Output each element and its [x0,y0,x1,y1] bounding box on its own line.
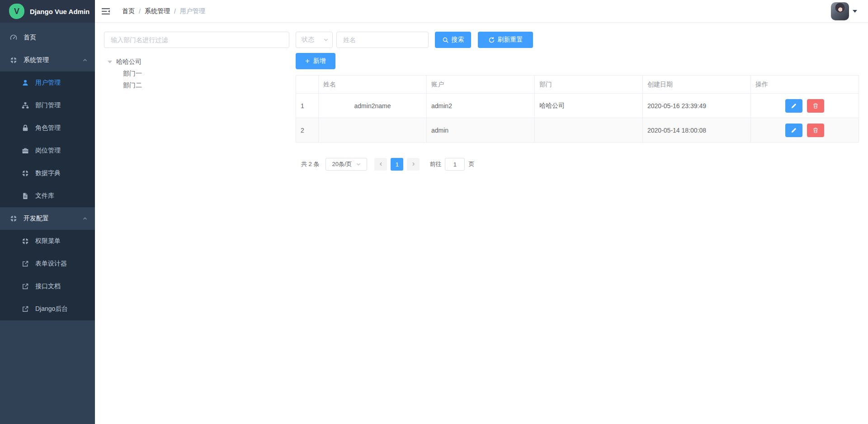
cell-created: 2020-05-14 18:00:08 [643,118,751,143]
chevron-down-icon [323,37,329,43]
sidebar-item-dictionary[interactable]: 数据字典 [0,162,95,185]
tree-node-child[interactable]: 部门一 [104,68,289,80]
sidebar-item-form-designer[interactable]: 表单设计器 [0,252,95,275]
page-unit-label: 页 [468,160,474,168]
delete-button[interactable] [807,124,824,137]
edit-button[interactable] [785,124,802,137]
delete-button[interactable] [807,99,824,113]
name-input[interactable] [336,32,429,48]
user-avatar[interactable] [831,2,849,20]
page-size-select[interactable]: 20条/页 [326,158,367,171]
sidebar-group-system[interactable]: 系统管理 [0,49,95,71]
sidebar-item-home[interactable]: 首页 [0,26,95,49]
status-select-placeholder: 状态 [302,36,323,44]
sidebar-submenu-system: 用户管理 部门管理 角色管理 岗位管理 数据字典 [0,71,95,207]
briefcase-icon [22,147,29,154]
sidebar-item-label: 接口文档 [35,282,61,291]
caret-down-icon[interactable] [108,61,112,63]
current-page-button[interactable]: 1 [391,158,403,171]
table-header-row: 姓名 账户 部门 创建日期 操作 [296,76,859,94]
sidebar-submenu-dev: 权限菜单 表单设计器 接口文档 Django后台 [0,230,95,320]
sidebar-item-label: 角色管理 [35,124,61,132]
column-created: 创建日期 [643,76,751,94]
cell-name: admin2name [319,94,427,118]
tree-node-root[interactable]: 哈哈公司 [104,56,289,68]
main-area: 首页 / 系统管理 / 用户管理 哈哈公司 [95,0,868,424]
column-actions: 操作 [751,76,859,94]
sidebar-item-label: 文件库 [35,192,54,200]
chevron-down-icon [356,162,361,167]
document-icon [22,192,29,200]
table-row: 1 admin2name admin2 哈哈公司 2020-05-16 23:3… [296,94,859,118]
lock-icon [22,124,29,132]
prev-page-button[interactable] [374,158,387,171]
search-button[interactable]: 搜索 [435,32,471,48]
cell-account: admin [427,118,535,143]
sidebar-menu: 首页 系统管理 用户管理 部门管理 角色管理 [0,23,95,424]
app-logo[interactable]: V Django Vue Admin [0,0,95,23]
goto-page-input[interactable] [445,158,465,171]
goto-label: 前往 [429,160,441,168]
vue-logo-icon: V [9,4,24,19]
sidebar-item-label: 数据字典 [35,169,61,177]
sidebar-item-label: 表单设计器 [35,260,67,268]
sidebar-item-roles[interactable]: 角色管理 [0,117,95,139]
user-menu [831,2,857,20]
sidebar-item-files[interactable]: 文件库 [0,185,95,207]
caret-down-icon[interactable] [853,10,857,13]
cell-dept: 哈哈公司 [535,94,643,118]
sidebar-item-label: 首页 [24,33,36,42]
breadcrumb-current: 用户管理 [180,7,205,15]
sidebar-item-permission-menu[interactable]: 权限菜单 [0,230,95,252]
sidebar-item-django-admin[interactable]: Django后台 [0,298,95,320]
column-dept: 部门 [535,76,643,94]
sidebar-item-label: Django后台 [35,305,68,313]
edit-button[interactable] [785,99,802,113]
component-icon [10,57,17,64]
sidebar-group-dev[interactable]: 开发配置 [0,207,95,230]
sidebar-group-label: 系统管理 [24,56,76,64]
sidebar-group-label: 开发配置 [24,214,76,223]
dept-filter-input[interactable] [104,32,289,48]
sidebar-item-positions[interactable]: 岗位管理 [0,139,95,162]
breadcrumb-home[interactable]: 首页 [122,7,135,15]
sidebar-item-label: 部门管理 [35,101,61,110]
cell-index: 2 [296,118,319,143]
sidebar-item-label: 权限菜单 [35,237,61,245]
status-select[interactable]: 状态 [296,32,333,48]
sidebar-item-api-docs[interactable]: 接口文档 [0,275,95,298]
component-icon [22,238,29,245]
app-title: Django Vue Admin [30,8,90,15]
breadcrumb-system[interactable]: 系统管理 [145,7,170,15]
sitemap-icon [22,102,29,109]
sidebar-item-users[interactable]: 用户管理 [0,71,95,94]
tree-node-label: 部门二 [123,81,142,90]
external-link-icon [22,305,29,313]
filter-toolbar: 状态 搜索 刷新重置 [296,32,859,48]
next-page-button[interactable] [407,158,420,171]
sidebar-item-departments[interactable]: 部门管理 [0,94,95,117]
pagination-total: 共 2 条 [301,160,319,168]
dept-tree: 哈哈公司 部门一 部门二 [104,56,289,91]
sidebar-collapse-icon[interactable] [101,7,110,16]
search-icon [442,37,449,43]
refresh-reset-button[interactable]: 刷新重置 [478,32,533,48]
cell-dept [535,118,643,143]
page-size-value: 20条/页 [332,160,352,168]
users-table: 姓名 账户 部门 创建日期 操作 1 admin2name admin2 哈哈公 [296,75,859,143]
refresh-icon [488,37,495,43]
sidebar: V Django Vue Admin 首页 系统管理 用户管理 部门管 [0,0,95,424]
tree-node-child[interactable]: 部门二 [104,80,289,91]
dept-tree-panel: 哈哈公司 部门一 部门二 [104,32,289,424]
tree-node-label: 哈哈公司 [116,58,142,66]
logo-letter: V [14,7,19,16]
chevron-up-icon [82,216,88,221]
chevron-right-icon [411,161,416,168]
component-icon [10,215,17,222]
cell-actions [751,118,859,143]
reset-button-label: 刷新重置 [498,36,523,44]
external-link-icon [22,283,29,290]
add-button[interactable]: + 新增 [296,53,335,69]
pagination: 共 2 条 20条/页 1 前往 页 [296,158,859,171]
chevron-up-icon [82,57,88,63]
